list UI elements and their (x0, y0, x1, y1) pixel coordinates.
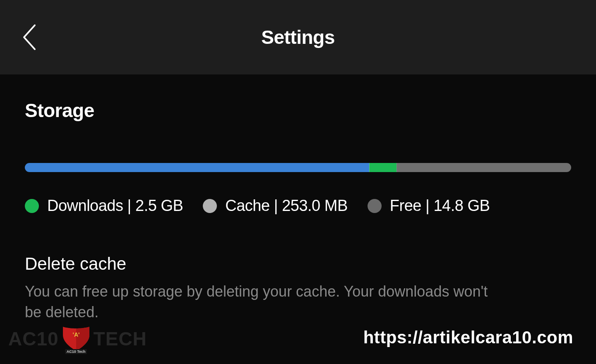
legend-downloads-value: 2.5 GB (135, 197, 183, 214)
watermark-shield-icon: 'A' AC10 Tech (62, 326, 90, 352)
legend-cache-text: Cache | 253.0 MB (225, 197, 348, 215)
legend-downloads-label: Downloads (47, 197, 123, 214)
legend-item-cache: Cache | 253.0 MB (203, 197, 348, 215)
storage-section-title: Storage (25, 99, 571, 122)
storage-usage-bar (25, 163, 571, 172)
legend-cache-value: 253.0 MB (282, 197, 348, 214)
storage-bar-cache (369, 163, 397, 172)
watermark-url: https://artikelcara10.com (363, 328, 573, 347)
delete-cache-option[interactable]: Delete cache You can free up storage by … (25, 254, 571, 322)
watermark-left: AC10 'A' AC10 Tech TECH (8, 326, 147, 352)
legend-free-label: Free (390, 197, 421, 214)
circle-icon (25, 199, 39, 213)
legend-free-text: Free | 14.8 GB (390, 197, 490, 215)
storage-legend: Downloads | 2.5 GB Cache | 253.0 MB Free… (25, 197, 571, 215)
watermark-suffix: TECH (94, 328, 147, 350)
delete-cache-title: Delete cache (25, 254, 571, 274)
storage-bar-free (397, 163, 571, 172)
legend-cache-label: Cache (225, 197, 269, 214)
watermark-shield-sub: AC10 Tech (65, 349, 87, 354)
circle-icon (203, 199, 217, 213)
header: Settings (0, 0, 596, 74)
chevron-left-icon (22, 24, 36, 51)
legend-downloads-text: Downloads | 2.5 GB (47, 197, 183, 215)
legend-free-value: 14.8 GB (433, 197, 490, 214)
legend-item-free: Free | 14.8 GB (368, 197, 490, 215)
delete-cache-description: You can free up storage by deleting your… (25, 281, 497, 322)
watermark-shield-letter: 'A' (72, 331, 79, 338)
circle-icon (368, 199, 382, 213)
content: Storage Downloads | 2.5 GB Cache | 253.0… (0, 74, 596, 322)
storage-bar-downloads (25, 163, 369, 172)
page-title: Settings (0, 26, 596, 48)
back-button[interactable] (19, 23, 39, 52)
legend-item-downloads: Downloads | 2.5 GB (25, 197, 183, 215)
watermark-prefix: AC10 (8, 328, 59, 350)
